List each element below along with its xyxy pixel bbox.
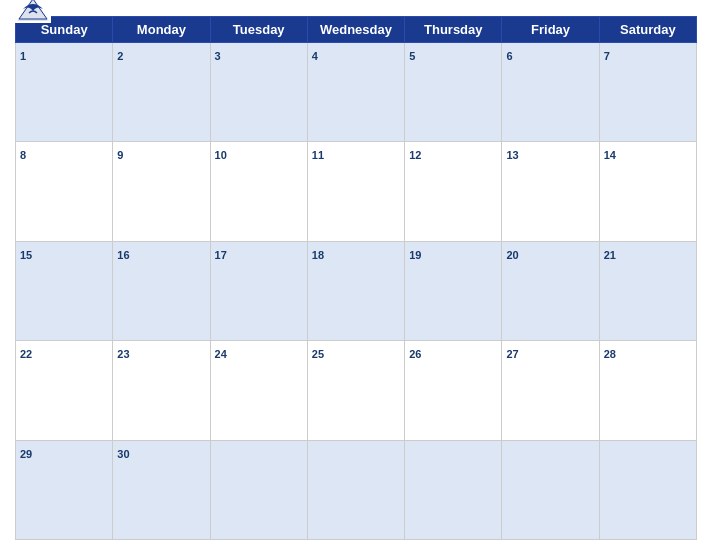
calendar-cell: 2 (113, 43, 210, 142)
calendar-cell: 18 (307, 241, 404, 340)
day-number: 24 (215, 348, 227, 360)
weekday-header-wednesday: Wednesday (307, 17, 404, 43)
weekday-header-saturday: Saturday (599, 17, 696, 43)
calendar-cell: 15 (16, 241, 113, 340)
calendar-body: 1234567891011121314151617181920212223242… (16, 43, 697, 540)
day-number: 2 (117, 50, 123, 62)
calendar-cell: 10 (210, 142, 307, 241)
day-number: 12 (409, 149, 421, 161)
calendar-table: SundayMondayTuesdayWednesdayThursdayFrid… (15, 16, 697, 540)
weekday-header-tuesday: Tuesday (210, 17, 307, 43)
calendar-cell: 3 (210, 43, 307, 142)
calendar-cell: 5 (405, 43, 502, 142)
calendar-cell: 23 (113, 341, 210, 440)
calendar-cell (599, 440, 696, 539)
day-number: 9 (117, 149, 123, 161)
calendar-cell: 28 (599, 341, 696, 440)
calendar-cell: 14 (599, 142, 696, 241)
weekday-header-thursday: Thursday (405, 17, 502, 43)
day-number: 20 (506, 249, 518, 261)
calendar-cell: 11 (307, 142, 404, 241)
calendar-cell: 19 (405, 241, 502, 340)
day-number: 30 (117, 448, 129, 460)
logo (15, 0, 51, 25)
weekday-header-friday: Friday (502, 17, 599, 43)
calendar-cell: 6 (502, 43, 599, 142)
weekday-header-monday: Monday (113, 17, 210, 43)
calendar-cell: 4 (307, 43, 404, 142)
day-number: 5 (409, 50, 415, 62)
calendar-cell: 13 (502, 142, 599, 241)
day-number: 8 (20, 149, 26, 161)
calendar-cell: 7 (599, 43, 696, 142)
calendar-week-1: 1234567 (16, 43, 697, 142)
calendar-cell: 8 (16, 142, 113, 241)
day-number: 16 (117, 249, 129, 261)
day-number: 14 (604, 149, 616, 161)
calendar-cell: 16 (113, 241, 210, 340)
day-number: 1 (20, 50, 26, 62)
calendar-cell: 20 (502, 241, 599, 340)
calendar-cell: 9 (113, 142, 210, 241)
calendar-cell: 29 (16, 440, 113, 539)
day-number: 18 (312, 249, 324, 261)
day-number: 26 (409, 348, 421, 360)
calendar-cell: 22 (16, 341, 113, 440)
day-number: 11 (312, 149, 324, 161)
day-number: 27 (506, 348, 518, 360)
calendar-cell: 12 (405, 142, 502, 241)
calendar-cell (210, 440, 307, 539)
day-number: 19 (409, 249, 421, 261)
day-number: 21 (604, 249, 616, 261)
calendar-cell: 30 (113, 440, 210, 539)
logo-icon (15, 0, 51, 23)
calendar-cell (502, 440, 599, 539)
calendar-cell: 24 (210, 341, 307, 440)
calendar-header-row: SundayMondayTuesdayWednesdayThursdayFrid… (16, 17, 697, 43)
day-number: 6 (506, 50, 512, 62)
calendar-cell: 27 (502, 341, 599, 440)
calendar-cell: 1 (16, 43, 113, 142)
day-number: 10 (215, 149, 227, 161)
day-number: 23 (117, 348, 129, 360)
calendar-cell (405, 440, 502, 539)
day-number: 25 (312, 348, 324, 360)
calendar-cell: 25 (307, 341, 404, 440)
calendar-cell: 21 (599, 241, 696, 340)
day-number: 29 (20, 448, 32, 460)
calendar-week-3: 15161718192021 (16, 241, 697, 340)
calendar-cell: 26 (405, 341, 502, 440)
calendar-week-5: 2930 (16, 440, 697, 539)
calendar-cell: 17 (210, 241, 307, 340)
day-number: 4 (312, 50, 318, 62)
day-number: 22 (20, 348, 32, 360)
calendar-week-4: 22232425262728 (16, 341, 697, 440)
day-number: 7 (604, 50, 610, 62)
calendar-week-2: 891011121314 (16, 142, 697, 241)
calendar-cell (307, 440, 404, 539)
day-number: 17 (215, 249, 227, 261)
day-number: 13 (506, 149, 518, 161)
day-number: 28 (604, 348, 616, 360)
day-number: 15 (20, 249, 32, 261)
day-number: 3 (215, 50, 221, 62)
